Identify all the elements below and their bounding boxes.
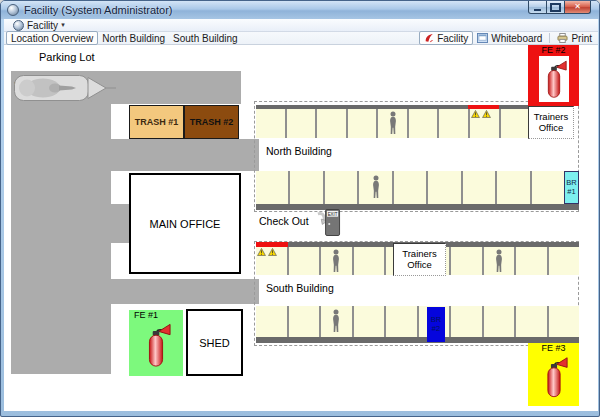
parking-lot-road-left	[11, 71, 111, 374]
room-cell[interactable]	[461, 171, 495, 204]
maximize-icon	[550, 3, 561, 12]
room-cell[interactable]	[514, 306, 547, 337]
north-trainers-office[interactable]: Trainers Office	[528, 106, 574, 139]
room-cell[interactable]	[426, 171, 460, 204]
room-cell[interactable]	[376, 109, 407, 138]
trash-2-box[interactable]: TRASH #2	[184, 105, 239, 139]
menu-facility[interactable]: Facility ▾	[8, 20, 70, 31]
row-cells	[256, 171, 564, 204]
shed-building[interactable]: SHED	[186, 309, 243, 376]
room-cell[interactable]	[547, 306, 580, 337]
room-cell[interactable]	[357, 171, 391, 204]
north-trainers-office-label: Trainers Office	[529, 112, 573, 134]
room-cell[interactable]	[499, 109, 530, 138]
north-building-label: North Building	[266, 145, 332, 157]
room-cell[interactable]	[352, 247, 385, 275]
room-cell[interactable]	[346, 109, 377, 138]
room-cell[interactable]	[468, 109, 499, 138]
person-icon[interactable]	[494, 249, 504, 274]
room-cell[interactable]	[256, 247, 287, 275]
check-out-label: Check Out	[259, 215, 309, 227]
trash-1-label: TRASH #1	[135, 117, 179, 127]
tab-location-overview[interactable]: Location Overview	[6, 31, 98, 45]
room-cell[interactable]	[285, 109, 316, 138]
north-row-bottom	[256, 171, 564, 204]
room-cell[interactable]	[482, 247, 515, 275]
south-trainers-office-label: Trainers Office	[394, 249, 445, 271]
break-room-1-box[interactable]: BR #1	[564, 171, 579, 204]
room-cell[interactable]	[449, 247, 482, 275]
facility-toggle-label: Facility	[437, 33, 468, 44]
break-room-2-box[interactable]: BR #2	[427, 307, 445, 342]
person-icon[interactable]	[331, 249, 341, 274]
fire-extinguisher-1-box[interactable]: FE #1	[129, 310, 183, 376]
toolbar-separator	[549, 33, 550, 43]
room-cell[interactable]	[449, 306, 482, 337]
tab-south-building[interactable]: South Building	[169, 32, 242, 44]
room-cell[interactable]	[323, 171, 357, 204]
fire-extinguisher-2-box[interactable]: FE #2	[528, 45, 579, 106]
row-cells	[256, 109, 529, 138]
warning-icons	[257, 248, 277, 256]
print-button[interactable]: Print	[553, 32, 596, 44]
room-cell[interactable]	[514, 247, 547, 275]
row-cells	[256, 306, 579, 337]
trash-1-box[interactable]: TRASH #1	[129, 105, 184, 139]
room-cell[interactable]	[288, 171, 322, 204]
fe2-label: FE #2	[528, 45, 579, 56]
room-cell[interactable]	[547, 247, 580, 275]
room-cell[interactable]	[256, 306, 287, 337]
title-bar[interactable]: Facility (System Administrator) ✕	[1, 1, 599, 19]
room-cell[interactable]	[319, 306, 352, 337]
room-cell[interactable]	[392, 171, 426, 204]
minimize-button[interactable]	[528, 1, 547, 14]
person-icon[interactable]	[388, 111, 398, 136]
fire-extinguisher-icon	[541, 58, 567, 100]
room-cell[interactable]	[319, 247, 352, 275]
person-icon[interactable]	[331, 309, 341, 334]
warning-icon[interactable]	[257, 248, 266, 256]
room-cell[interactable]	[437, 109, 468, 138]
room-cell[interactable]	[530, 171, 564, 204]
maximize-button[interactable]	[547, 1, 565, 14]
fe3-label: FE #3	[528, 343, 579, 354]
app-sphere-icon	[7, 4, 19, 16]
tab-north-building[interactable]: North Building	[98, 32, 169, 44]
warning-icon[interactable]	[471, 110, 480, 118]
exit-door-icon[interactable]: EXIT	[315, 208, 341, 237]
tab-north-building-label: North Building	[102, 33, 165, 44]
whiteboard-button[interactable]: Whiteboard	[473, 32, 546, 44]
room-cell[interactable]	[256, 109, 285, 138]
close-icon: ✕	[574, 3, 581, 11]
vehicle-icon[interactable]	[13, 73, 117, 103]
facility-toggle-button[interactable]: Facility	[419, 31, 473, 45]
fire-extinguisher-3-box[interactable]: FE #3	[528, 343, 579, 406]
warning-icon[interactable]	[268, 248, 277, 256]
tab-south-building-label: South Building	[173, 33, 238, 44]
room-cell[interactable]	[315, 109, 346, 138]
print-icon	[557, 33, 568, 43]
room-cell[interactable]	[352, 306, 385, 337]
exit-label: EXIT	[327, 212, 337, 217]
fe2-inner	[539, 56, 569, 102]
fire-extinguisher-icon	[540, 354, 568, 400]
main-office-building[interactable]: MAIN OFFICE	[129, 173, 241, 274]
south-trainers-office[interactable]: Trainers Office	[393, 243, 446, 276]
room-cell[interactable]	[287, 247, 320, 275]
room-cell[interactable]	[256, 171, 288, 204]
warning-icon[interactable]	[482, 110, 491, 118]
br2-label: BR #2	[427, 316, 445, 333]
br1-label: BR #1	[565, 179, 578, 196]
print-label: Print	[571, 33, 592, 44]
room-cell[interactable]	[287, 306, 320, 337]
facility-map-canvas[interactable]: Parking Lot Bill TRASH #1 TRASH #2 North…	[4, 45, 598, 411]
chevron-down-icon: ▾	[61, 21, 65, 29]
room-cell[interactable]	[482, 306, 515, 337]
room-cell[interactable]	[495, 171, 529, 204]
road-to-south-building	[11, 279, 259, 304]
room-cell[interactable]	[384, 306, 417, 337]
close-button[interactable]: ✕	[565, 1, 591, 14]
room-cell[interactable]	[407, 109, 438, 138]
north-row-top	[256, 105, 529, 138]
person-icon[interactable]	[371, 175, 381, 200]
